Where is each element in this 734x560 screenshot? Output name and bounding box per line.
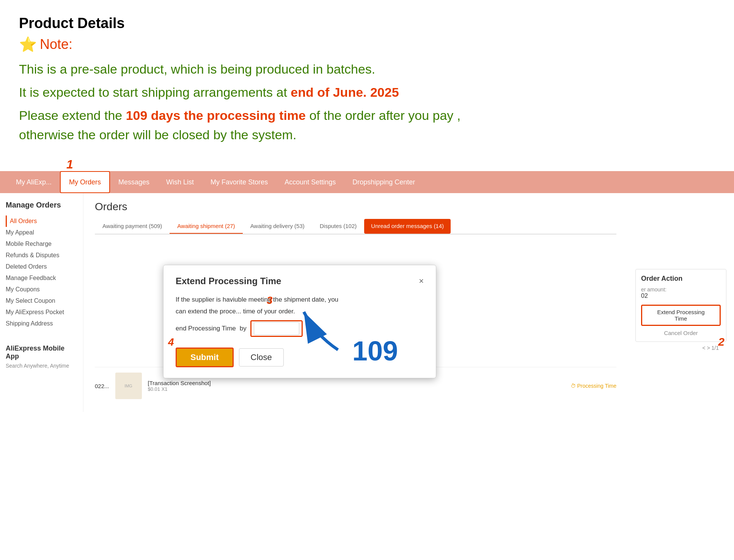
sidebar-item-all-orders[interactable]: All Orders	[6, 216, 77, 227]
extend-highlight: 109 days the processing time	[126, 108, 306, 123]
modal-text-5: end Processing Time	[176, 323, 236, 335]
step-4-annotation: 4	[168, 336, 174, 344]
step-3-annotation: 3	[267, 291, 273, 310]
nav-my-orders[interactable]: My Orders	[60, 171, 110, 193]
big-109-annotation: 109	[352, 335, 398, 367]
extend-btn-line1: Extend Processing	[647, 309, 715, 315]
app-title: AliExpress Mobile App	[6, 344, 77, 360]
extend-processing-modal: Extend Processing Time × 3 If the suppli…	[163, 265, 436, 378]
nav-account-settings[interactable]: Account Settings	[276, 171, 344, 193]
step-1-annotation: 1	[66, 157, 73, 171]
tab-unread-messages[interactable]: Unread order messages (14)	[364, 219, 451, 234]
star-icon: ⭐	[19, 36, 37, 53]
sidebar-item-my-coupons[interactable]: My Coupons	[6, 284, 77, 295]
order-amount-label: er amount:	[641, 286, 721, 293]
note-line: ⭐ Note:	[19, 36, 715, 53]
sidebar-item-manage-feedback[interactable]: Manage Feedback	[6, 272, 77, 284]
cancel-order-button[interactable]: Cancel Order	[641, 330, 721, 336]
sidebar-item-my-appeal[interactable]: My Appeal	[6, 227, 77, 238]
order-price: $0.01 X1	[148, 386, 564, 392]
sidebar-item-shipping-address[interactable]: Shipping Address	[6, 318, 77, 329]
clock-icon: ⏱	[571, 383, 576, 389]
extend-line4: otherwise the order will be closed by th…	[19, 127, 296, 142]
sidebar-item-aliexpress-pocket[interactable]: My AliExpress Pocket	[6, 307, 77, 318]
sidebar-item-mobile-recharge[interactable]: Mobile Recharge	[6, 238, 77, 250]
note-label: Note:	[40, 36, 72, 52]
orders-content: Orders Awaiting payment (509) Awaiting s…	[83, 193, 628, 412]
order-number: 022...	[95, 383, 109, 389]
nav-messages[interactable]: Messages	[110, 171, 158, 193]
shipping-prefix: It is expected to start shipping arrange…	[19, 85, 291, 99]
arrow-annotation	[285, 300, 353, 355]
orders-title: Orders	[95, 201, 616, 213]
shipping-line: It is expected to start shipping arrange…	[19, 83, 715, 102]
order-action-title: Order Action	[641, 275, 721, 283]
sidebar-footer: AliExpress Mobile App Search Anywhere, A…	[6, 344, 77, 369]
extend-prefix: Please extend the	[19, 108, 126, 123]
right-panel: < > 1/1 Order Action er amount: 02 Exten…	[628, 193, 734, 412]
order-action-box: Order Action er amount: 02 Extend Proces…	[635, 269, 726, 342]
presale-line1: This is a pre-sale product, which is bei…	[19, 60, 715, 79]
modal-text-6: by	[240, 323, 247, 335]
right-panel-inner: < > 1/1 Order Action er amount: 02 Exten…	[635, 269, 726, 342]
sidebar-item-refunds[interactable]: Refunds & Disputes	[6, 250, 77, 261]
tab-awaiting-shipment[interactable]: Awaiting shipment (27)	[170, 219, 242, 234]
submit-button[interactable]: Submit	[176, 348, 234, 367]
nav-dropshipping[interactable]: Dropshipping Center	[344, 171, 423, 193]
modal-header: Extend Processing Time ×	[176, 276, 424, 286]
product-details-section: Product Details ⭐ Note: This is a pre-sa…	[0, 0, 734, 160]
orders-tabs: Awaiting payment (509) Awaiting shipment…	[95, 219, 616, 234]
modal-title: Extend Processing Time	[176, 276, 281, 286]
extend-line: Please extend the 109 days the processin…	[19, 106, 715, 145]
step-2-annotation: 2	[718, 335, 725, 348]
order-image: IMG	[115, 373, 142, 399]
order-description: [Transaction Screenshot]	[148, 380, 564, 386]
tab-awaiting-payment[interactable]: Awaiting payment (509)	[95, 219, 170, 234]
sidebar: Manage Orders All Orders My Appeal Mobil…	[0, 193, 83, 412]
sidebar-item-deleted-orders[interactable]: Deleted Orders	[6, 261, 77, 272]
modal-close-button[interactable]: ×	[419, 276, 424, 286]
main-content: Manage Orders All Orders My Appeal Mobil…	[0, 193, 734, 412]
tab-awaiting-delivery[interactable]: Awaiting delivery (53)	[243, 219, 312, 234]
sidebar-item-my-select-coupon[interactable]: My Select Coupon	[6, 295, 77, 307]
extend-processing-button[interactable]: Extend Processing Time	[641, 305, 721, 326]
nav-wish-list[interactable]: Wish List	[158, 171, 202, 193]
modal-text-1: If the supplier is havi	[176, 296, 234, 303]
pagination: < > 1/1	[702, 345, 719, 351]
nav-favorite-stores[interactable]: My Favorite Stores	[202, 171, 276, 193]
order-info: [Transaction Screenshot] $0.01 X1	[148, 380, 564, 392]
sidebar-heading: Manage Orders	[6, 201, 77, 209]
extend-suffix: of the order after you pay ,	[306, 108, 461, 123]
app-subtitle: Search Anywhere, Anytime	[6, 363, 77, 369]
nav-bar: 1 My AliExp... My Orders Messages Wish L…	[0, 171, 734, 193]
modal-text-3: can extend the proce...	[176, 308, 241, 315]
nav-my-aliexpress[interactable]: My AliExp...	[8, 171, 60, 193]
modal-close-btn[interactable]: Close	[239, 348, 284, 367]
order-status: ⏱ Processing Time	[571, 383, 616, 389]
order-amount-value: 02	[641, 293, 721, 299]
shipping-highlight: end of June. 2025	[291, 85, 399, 99]
extend-btn-line2: Time	[647, 315, 715, 322]
tab-disputes[interactable]: Disputes (102)	[312, 219, 365, 234]
product-details-title: Product Details	[19, 15, 715, 31]
